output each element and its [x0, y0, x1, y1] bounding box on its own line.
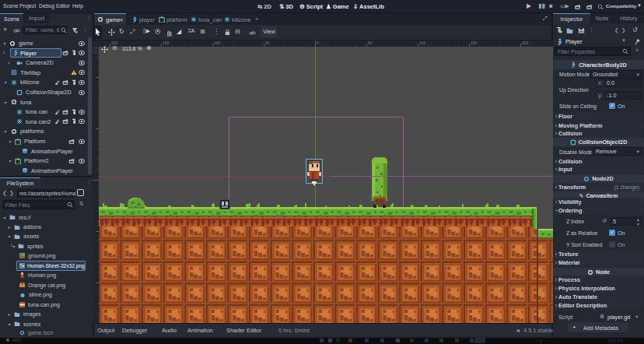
- svg-text:50: 50: [368, 40, 373, 45]
- svg-text:150: 150: [471, 40, 478, 45]
- svg-text:50: 50: [265, 40, 270, 45]
- svg-text:100: 100: [419, 40, 426, 45]
- svg-text:100: 100: [214, 40, 221, 45]
- svg-text:150: 150: [163, 40, 170, 45]
- svg-text:0: 0: [317, 40, 319, 45]
- svg-text:200: 200: [522, 40, 529, 45]
